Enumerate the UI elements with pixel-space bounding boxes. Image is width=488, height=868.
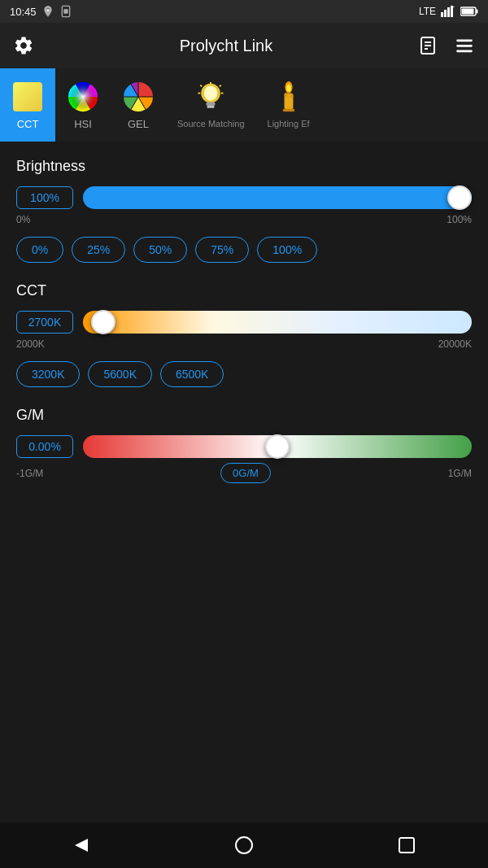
svg-rect-16 [456,45,473,47]
svg-rect-5 [447,7,450,17]
header-title: Prolycht Link [180,37,273,55]
nav-home-button[interactable] [229,831,259,860]
tab-hsi-label: HSI [74,118,92,130]
battery-icon [460,7,478,16]
brightness-preset-50[interactable]: 50% [133,237,187,263]
main-content: Brightness 100% 0% 100% 0% 25% 50% 75% 1… [0,142,488,516]
hsi-icon [67,81,99,113]
gm-min: -1G/M [16,468,43,479]
menu-icon[interactable] [454,35,475,56]
brightness-slider-row: 100% [16,186,472,209]
svg-rect-6 [451,6,453,17]
svg-rect-29 [207,102,216,106]
brightness-value: 100% [16,186,73,209]
cct-max: 20000K [438,338,472,350]
svg-point-43 [236,837,252,853]
bottom-nav [0,822,488,868]
cct-preset-6500[interactable]: 6500K [160,361,224,387]
svg-point-19 [68,82,98,111]
tab-cct[interactable]: CCT [0,68,55,142]
svg-rect-44 [399,838,414,853]
tab-bar: CCT HSI [0,68,488,142]
svg-point-40 [290,94,293,98]
status-left: 10:45 [10,5,72,18]
gm-max: 1G/M [448,468,472,479]
gm-title: G/M [16,407,472,424]
cct-preset-3200[interactable]: 3200K [16,361,80,387]
tab-gel[interactable]: GEL [111,68,166,142]
svg-line-32 [201,85,203,87]
tab-source[interactable]: Source Matching [166,68,256,142]
svg-rect-10 [462,9,474,15]
status-right: LTE [419,6,478,17]
cct-presets: 3200K 5600K 6500K [16,361,472,387]
time: 10:45 [10,6,37,18]
signal-icon [441,6,455,17]
status-bar: 10:45 LTE [0,0,488,23]
brightness-thumb[interactable] [447,185,472,210]
gm-thumb[interactable] [265,434,290,459]
svg-rect-3 [441,12,443,17]
tab-cct-label: CCT [17,118,39,130]
cct-preset-5600[interactable]: 5600K [88,361,151,387]
source-icon [194,81,227,114]
gm-section: G/M 0.00% -1G/M 0G/M 1G/M [16,407,472,483]
brightness-title: Brightness [16,158,472,175]
settings-icon[interactable] [13,35,34,56]
svg-point-39 [284,93,287,97]
network-label: LTE [419,6,436,17]
nav-overview-button[interactable] [392,831,421,860]
header: Prolycht Link [0,23,488,68]
gm-center-badge: 0G/M [220,463,271,483]
tab-source-label: Source Matching [177,119,245,129]
location-icon [41,5,54,18]
brightness-presets: 0% 25% 50% 75% 100% [16,237,472,263]
cct-section: CCT 2700K 2000K 20000K 3200K 5600K 6500K [16,282,472,387]
nav-back-button[interactable] [67,831,96,860]
brightness-labels: 0% 100% [16,214,472,225]
cct-slider[interactable] [83,311,472,334]
svg-line-33 [220,85,221,87]
tab-gel-label: GEL [128,118,149,130]
brightness-preset-100[interactable]: 100% [257,237,317,263]
cct-value: 2700K [16,311,73,334]
brightness-section: Brightness 100% 0% 100% 0% 25% 50% 75% 1… [16,158,472,263]
cct-slider-row: 2700K [16,311,472,334]
sim-icon [59,5,72,18]
cct-min: 2000K [16,338,45,350]
svg-rect-15 [456,39,473,41]
gm-value: 0.00% [16,435,73,458]
gel-icon [122,81,155,113]
cct-icon [11,81,44,113]
brightness-max: 100% [447,214,472,225]
svg-point-28 [204,85,217,100]
brightness-preset-0[interactable]: 0% [16,237,63,263]
svg-rect-4 [444,10,447,17]
header-icons [418,35,475,56]
gm-slider[interactable] [83,435,472,458]
tab-lighting-label: Lighting Ef [268,119,310,129]
cct-title: CCT [16,282,472,299]
svg-rect-17 [456,50,473,52]
document-icon[interactable] [418,36,438,55]
gm-slider-row: 0.00% [16,435,472,458]
brightness-preset-75[interactable]: 75% [195,237,249,263]
svg-point-37 [286,85,290,92]
brightness-preset-25[interactable]: 25% [72,237,125,263]
tab-lighting[interactable]: Lighting Ef [256,68,321,142]
cct-thumb[interactable] [91,310,115,334]
brightness-min: 0% [16,214,30,225]
svg-marker-42 [75,839,88,852]
svg-rect-41 [282,109,294,112]
cct-labels: 2000K 20000K [16,338,472,350]
tab-hsi[interactable]: HSI [55,68,111,142]
svg-rect-9 [477,10,478,14]
svg-rect-2 [63,9,68,13]
gm-labels: -1G/M 0G/M 1G/M [16,463,472,483]
lighting-icon [272,81,305,114]
brightness-slider[interactable] [83,186,472,209]
svg-rect-30 [207,106,215,108]
